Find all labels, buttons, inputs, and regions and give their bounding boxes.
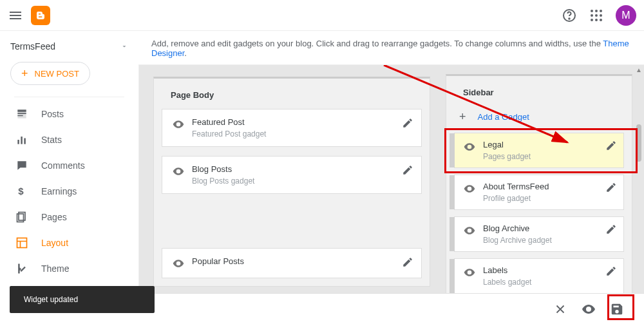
svg-rect-13	[24, 138, 26, 144]
drag-handle[interactable]	[450, 175, 455, 209]
svg-point-7	[600, 14, 602, 17]
blog-selector[interactable]: TermsFeed	[0, 36, 138, 59]
page-body-title: Page Body	[162, 86, 422, 109]
gadget-popular-posts[interactable]: Popular Posts	[162, 248, 422, 278]
visibility-icon	[171, 256, 185, 270]
gadget-title: About TermsFeed	[483, 182, 599, 191]
svg-point-2	[591, 10, 593, 12]
visibility-icon	[462, 224, 477, 237]
gadget-blog-posts[interactable]: Blog Posts Blog Posts gadget	[162, 156, 422, 194]
svg-rect-12	[21, 137, 23, 144]
sidebar-column: Sidebar + Add a Gadget Legal Pages gadge…	[446, 74, 632, 302]
blog-selector-name: TermsFeed	[10, 41, 55, 52]
preview-icon[interactable]	[581, 301, 596, 317]
gadget-subtitle: Blog Archive gadget	[483, 236, 599, 245]
nav-label: Posts	[41, 109, 64, 119]
nav-posts[interactable]: Posts	[0, 101, 138, 127]
edit-icon[interactable]	[402, 256, 413, 268]
chevron-down-icon	[120, 43, 128, 50]
nav-pages[interactable]: Pages	[0, 204, 138, 230]
edit-icon[interactable]	[605, 265, 617, 277]
add-gadget-button[interactable]: + Add a Gadget	[454, 106, 624, 133]
layout-canvas: ▲ Page Body Featured Post Featured Post …	[138, 64, 644, 323]
edit-icon[interactable]	[605, 140, 617, 151]
visibility-icon	[462, 265, 477, 279]
help-icon[interactable]	[562, 8, 577, 23]
add-gadget-label: Add a Gadget	[478, 112, 529, 122]
drag-handle[interactable]	[450, 217, 455, 251]
edit-icon[interactable]	[402, 117, 413, 129]
nav-comments[interactable]: Comments	[0, 153, 138, 178]
svg-point-9	[595, 19, 598, 21]
main-area: Add, remove and edit gadgets on your blo…	[138, 31, 644, 323]
blogger-logo[interactable]	[31, 6, 50, 25]
gadget-title: Featured Post	[192, 117, 395, 127]
svg-point-4	[600, 10, 602, 12]
visibility-icon	[462, 182, 477, 195]
gadget-subtitle: Labels gadget	[483, 278, 599, 287]
drag-handle[interactable]	[450, 259, 455, 293]
gadget-featured-post[interactable]: Featured Post Featured Post gadget	[162, 109, 422, 147]
gadget-title: Blog Archive	[483, 224, 599, 233]
scroll-up-arrow-icon[interactable]: ▲	[636, 66, 642, 74]
nav-stats[interactable]: Stats	[0, 127, 138, 153]
nav-label: Theme	[41, 263, 70, 274]
visibility-icon	[171, 164, 185, 178]
apps-grid-icon[interactable]	[589, 8, 604, 23]
gadget-title: Popular Posts	[192, 256, 395, 266]
visibility-icon	[171, 117, 185, 131]
theme-icon	[15, 262, 28, 275]
gadget-subtitle: Profile gadget	[483, 194, 599, 203]
gadget-subtitle: Blog Posts gadget	[192, 176, 395, 186]
visibility-icon	[462, 140, 477, 153]
new-post-label: NEW POST	[35, 69, 79, 79]
footer-action-bar	[138, 293, 644, 324]
new-post-button[interactable]: + NEW POST	[10, 62, 90, 85]
scrollbar-thumb[interactable]	[636, 124, 641, 162]
svg-point-8	[591, 19, 593, 21]
account-avatar[interactable]: M	[616, 5, 636, 26]
close-icon[interactable]	[553, 301, 568, 317]
drag-handle[interactable]	[450, 133, 455, 167]
help-text-post: .	[184, 48, 187, 58]
plus-icon: +	[21, 68, 28, 79]
plus-icon: +	[459, 110, 466, 124]
earnings-icon: $	[15, 185, 28, 198]
pages-icon	[15, 211, 28, 224]
top-bar: M	[0, 0, 644, 31]
page-body-column: Page Body Featured Post Featured Post ga…	[153, 77, 430, 287]
svg-point-6	[595, 14, 598, 17]
gadget-subtitle: Pages gadget	[483, 152, 599, 161]
gadget-legal[interactable]: Legal Pages gadget	[454, 133, 624, 168]
svg-point-1	[569, 18, 570, 19]
stats-icon	[15, 133, 28, 146]
sidebar-title: Sidebar	[454, 84, 624, 106]
nav-theme[interactable]: Theme	[0, 256, 138, 281]
gadget-labels[interactable]: Labels Labels gadget	[454, 258, 624, 294]
gadget-blog-archive[interactable]: Blog Archive Blog Archive gadget	[454, 216, 624, 252]
nav-earnings[interactable]: $ Earnings	[0, 178, 138, 204]
svg-point-3	[595, 10, 598, 12]
svg-point-10	[600, 19, 602, 21]
nav-layout[interactable]: Layout	[0, 230, 138, 256]
svg-rect-11	[17, 140, 19, 144]
gadget-title: Blog Posts	[192, 164, 395, 174]
svg-text:$: $	[18, 186, 24, 196]
gadget-title: Legal	[483, 140, 599, 149]
nav-label: Stats	[41, 135, 62, 145]
gadget-title: Labels	[483, 265, 599, 275]
posts-icon	[15, 108, 28, 120]
nav-label: Comments	[41, 160, 85, 171]
svg-rect-17	[17, 238, 27, 248]
edit-icon[interactable]	[605, 182, 617, 193]
edit-icon[interactable]	[605, 224, 617, 235]
svg-point-5	[591, 14, 593, 17]
help-text-pre: Add, remove and edit gadgets on your blo…	[151, 39, 603, 48]
left-nav: TermsFeed + NEW POST Posts Stats Comment…	[0, 31, 138, 323]
gadget-about[interactable]: About TermsFeed Profile gadget	[454, 175, 624, 210]
hamburger-menu-icon[interactable]	[8, 8, 23, 23]
comments-icon	[15, 159, 28, 172]
save-icon[interactable]	[609, 301, 625, 317]
toast-notification: Widget updated	[10, 286, 155, 313]
edit-icon[interactable]	[402, 164, 413, 176]
